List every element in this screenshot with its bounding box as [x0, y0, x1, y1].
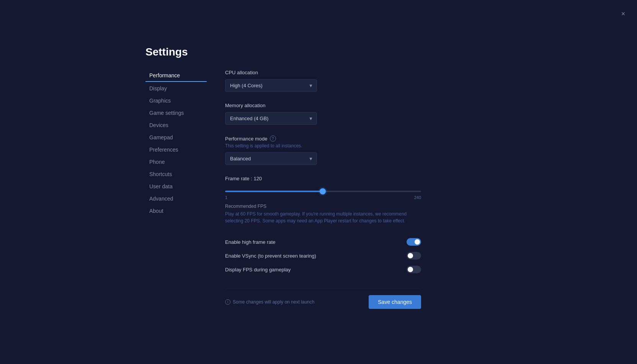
performance-mode-select-wrapper: Power savingBalancedHigh performance ▼: [225, 152, 317, 165]
close-button[interactable]: ×: [617, 8, 629, 20]
performance-mode-label-row: Performance mode ?: [225, 135, 421, 142]
memory-allocation-select-wrapper: Low (1 GB)Medium (2 GB)Enhanced (4 GB)Hi…: [225, 112, 317, 125]
fps-info: Recommended FPS Play at 60 FPS for smoot…: [225, 204, 421, 224]
sidebar-item-gamepad[interactable]: Gamepad: [145, 132, 207, 143]
save-changes-button[interactable]: Save changes: [369, 295, 421, 309]
page-title: Settings: [145, 46, 421, 58]
performance-mode-select[interactable]: Power savingBalancedHigh performance: [225, 152, 317, 165]
sidebar-item-game-settings[interactable]: Game settings: [145, 107, 207, 119]
cpu-allocation-section: CPU allocation Low (1 Core)Medium (2 Cor…: [225, 70, 421, 92]
toggle-vsync[interactable]: [407, 252, 421, 260]
memory-allocation-label: Memory allocation: [225, 103, 421, 108]
toggle-row-high-frame-rate: Enable high frame rate: [225, 235, 421, 249]
cpu-allocation-label: CPU allocation: [225, 70, 421, 75]
sidebar-item-display[interactable]: Display: [145, 83, 207, 94]
fps-info-title: Recommended FPS: [225, 204, 421, 209]
sidebar-item-devices[interactable]: Devices: [145, 119, 207, 131]
sidebar-item-user-data[interactable]: User data: [145, 181, 207, 192]
sidebar-item-preferences[interactable]: Preferences: [145, 144, 207, 155]
sidebar-item-phone[interactable]: Phone: [145, 156, 207, 168]
slider-min-label: 1: [225, 195, 227, 200]
toggle-high-frame-rate[interactable]: [407, 238, 421, 246]
cpu-allocation-select[interactable]: Low (1 Core)Medium (2 Cores)High (4 Core…: [225, 79, 317, 92]
footer: i Some changes will apply on next launch…: [225, 289, 421, 309]
toggle-row-display-fps: Display FPS during gameplay: [225, 263, 421, 276]
sidebar: PerformanceDisplayGraphicsGame settingsD…: [145, 70, 207, 309]
sidebar-item-performance[interactable]: Performance: [145, 70, 207, 82]
sidebar-item-advanced[interactable]: Advanced: [145, 193, 207, 204]
sidebar-item-shortcuts[interactable]: Shortcuts: [145, 168, 207, 180]
footer-note-text: Some changes will apply on next launch: [233, 299, 314, 305]
slider-labels: 1 240: [225, 195, 421, 200]
memory-allocation-section: Memory allocation Low (1 GB)Medium (2 GB…: [225, 103, 421, 125]
fps-info-text: Play at 60 FPS for smooth gameplay. If y…: [225, 211, 421, 224]
performance-mode-subtitle: This setting is applied to all instances…: [225, 143, 421, 149]
sidebar-item-graphics[interactable]: Graphics: [145, 95, 207, 106]
toggle-label-high-frame-rate: Enable high frame rate: [225, 239, 276, 245]
help-icon[interactable]: ?: [270, 135, 276, 142]
toggle-row-vsync: Enable VSync (to prevent screen tearing): [225, 249, 421, 263]
info-icon: i: [225, 299, 230, 305]
frame-rate-section: Frame rate : 120 1 240 Recommended FPS P…: [225, 176, 421, 224]
memory-allocation-select[interactable]: Low (1 GB)Medium (2 GB)Enhanced (4 GB)Hi…: [225, 112, 317, 125]
frame-rate-label: Frame rate : 120: [225, 176, 421, 181]
footer-note: i Some changes will apply on next launch: [225, 299, 314, 305]
performance-mode-label: Performance mode: [225, 136, 268, 142]
settings-body: PerformanceDisplayGraphicsGame settingsD…: [145, 70, 421, 309]
frame-rate-slider[interactable]: [225, 191, 421, 192]
cpu-allocation-select-wrapper: Low (1 Core)Medium (2 Cores)High (4 Core…: [225, 79, 317, 92]
toggle-label-display-fps: Display FPS during gameplay: [225, 267, 291, 273]
settings-panel: Settings PerformanceDisplayGraphicsGame …: [145, 46, 421, 309]
toggle-label-vsync: Enable VSync (to prevent screen tearing): [225, 253, 316, 259]
slider-max-label: 240: [414, 195, 421, 200]
sidebar-item-about[interactable]: About: [145, 205, 207, 217]
performance-mode-section: Performance mode ? This setting is appli…: [225, 135, 421, 165]
toggles-section: Enable high frame rateEnable VSync (to p…: [225, 235, 421, 276]
toggle-display-fps[interactable]: [407, 266, 421, 273]
close-icon: ×: [621, 10, 626, 18]
content-area: CPU allocation Low (1 Core)Medium (2 Cor…: [225, 70, 421, 309]
